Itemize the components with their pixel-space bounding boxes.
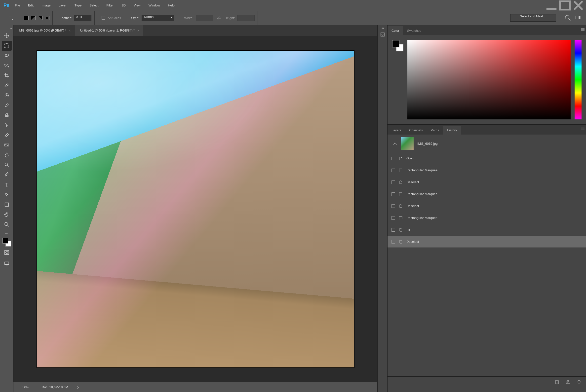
eraser-tool[interactable] [2,130,12,140]
brush-tool[interactable] [2,100,12,110]
dodge-tool[interactable] [2,160,12,170]
window-minimize-button[interactable] [545,0,558,11]
history-source-toggle[interactable] [391,228,395,232]
menu-layer[interactable]: Layer [55,0,71,11]
color-panel: Color Swatches [387,25,586,125]
zoom-display[interactable]: 50% [14,382,38,392]
history-source-toggle[interactable] [391,180,395,184]
history-item-3[interactable]: Rectangular Marquee [387,188,586,200]
status-menu-icon[interactable]: ❯ [77,385,79,389]
tool-preset-picker[interactable] [8,15,14,21]
menu-image[interactable]: Image [38,0,55,11]
zoom-tool[interactable] [2,220,12,230]
anti-alias-checkbox [102,16,105,20]
feather-label: Feather: [60,16,72,20]
toolbox-collapse-icon[interactable]: ▸▸ [10,27,13,30]
new-selection-icon[interactable] [24,16,29,20]
doc-tab-title: Untitled-1 @ 50% (Layer 1, RGB/8#) * [80,28,135,32]
delete-icon[interactable] [576,380,581,384]
menu-type[interactable]: Type [71,0,86,11]
history-source-toggle[interactable] [391,240,395,244]
history-item-1[interactable]: Rectangular Marquee [387,164,586,176]
document-canvas[interactable] [37,50,354,368]
history-item-0[interactable]: Open [387,152,586,164]
color-field[interactable] [407,40,570,120]
swatches-tab[interactable]: Swatches [403,26,425,35]
doc-tab-1[interactable]: Untitled-1 @ 50% (Layer 1, RGB/8#) *× [75,25,143,36]
eyedropper-tool[interactable] [2,80,12,90]
close-icon[interactable]: × [137,28,139,32]
hue-slider[interactable] [574,40,581,120]
window-maximize-button[interactable] [558,0,571,11]
history-panel-menu-icon[interactable] [581,127,584,130]
menu-window[interactable]: Window [145,0,164,11]
tab-paths[interactable]: Paths [427,126,443,134]
feather-input[interactable]: 0 px [74,15,92,21]
width-input [196,15,213,21]
subtract-selection-icon[interactable] [38,16,43,20]
doc-tab-0[interactable]: IMG_6062.jpg @ 50% (RGB/8*) *× [14,25,75,36]
pen-tool[interactable] [2,170,12,180]
quickmask-tool[interactable] [2,248,12,258]
menu-edit[interactable]: Edit [24,0,38,11]
tab-history[interactable]: History [443,126,461,134]
foreground-color[interactable] [3,238,8,244]
style-dropdown[interactable]: Normal [142,15,174,21]
history-item-label: Rectangular Marquee [406,168,437,172]
history-item-7[interactable]: Deselect [387,236,586,248]
history-state-row[interactable]: IMG_6062.jpg [387,134,586,152]
screenmode-tool[interactable] [2,258,12,268]
intersect-selection-icon[interactable] [45,16,50,20]
history-item-5[interactable]: Rectangular Marquee [387,212,586,224]
new-doc-from-state-icon[interactable] [555,380,560,384]
gradient-tool[interactable] [2,140,12,150]
color-panel-menu-icon[interactable] [581,28,584,31]
history-source-toggle[interactable] [391,192,395,196]
clone-stamp-tool[interactable] [2,110,12,120]
hand-tool[interactable] [2,210,12,220]
magic-wand-tool[interactable] [2,60,12,70]
path-select-tool[interactable] [2,190,12,200]
history-source-toggle[interactable] [391,204,395,208]
search-icon[interactable] [565,15,571,21]
dock-toggle[interactable]: ◂◂ [377,25,387,392]
close-icon[interactable]: × [69,28,71,32]
history-brush-tool[interactable] [2,120,12,130]
tab-layers[interactable]: Layers [387,126,405,134]
svg-line-6 [569,19,570,20]
add-selection-icon[interactable] [31,16,36,20]
blur-tool[interactable] [2,150,12,160]
history-item-4[interactable]: Deselect [387,200,586,212]
status-bar: 50% Doc: 18,6M/18,6M ❯ [14,382,377,392]
color-tab[interactable]: Color [387,26,403,35]
file-icon [398,239,403,244]
history-source-toggle[interactable] [391,216,395,220]
menu-filter[interactable]: Filter [102,0,118,11]
fg-bg-swatch[interactable] [3,238,11,246]
color-foreground[interactable] [392,40,399,48]
menu-help[interactable]: Help [164,0,179,11]
workspace-switcher-icon[interactable] [575,15,581,21]
color-fgbg-swatch[interactable] [392,40,403,52]
lasso-tool[interactable] [2,51,12,60]
snapshot-icon[interactable] [566,380,570,384]
spot-healing-tool[interactable] [2,90,12,100]
select-and-mask-button[interactable]: Select and Mask... [510,14,556,22]
menu-3d[interactable]: 3D [118,0,130,11]
history-source-toggle[interactable] [391,157,395,160]
menu-file[interactable]: File [11,0,24,11]
history-item-6[interactable]: Fill [387,224,586,236]
menu-select[interactable]: Select [86,0,102,11]
history-source-toggle[interactable] [391,168,395,172]
menu-view[interactable]: View [130,0,145,11]
doc-info[interactable]: Doc: 18,6M/18,6M [38,385,72,389]
canvas-viewport[interactable] [14,36,377,382]
marquee-tool[interactable] [2,41,12,51]
move-tool[interactable] [2,31,12,41]
history-item-2[interactable]: Deselect [387,176,586,188]
crop-tool[interactable] [2,70,12,80]
type-tool[interactable] [2,180,12,190]
window-close-button[interactable] [571,0,585,11]
shape-tool[interactable] [2,200,12,210]
tab-channels[interactable]: Channels [405,126,427,134]
